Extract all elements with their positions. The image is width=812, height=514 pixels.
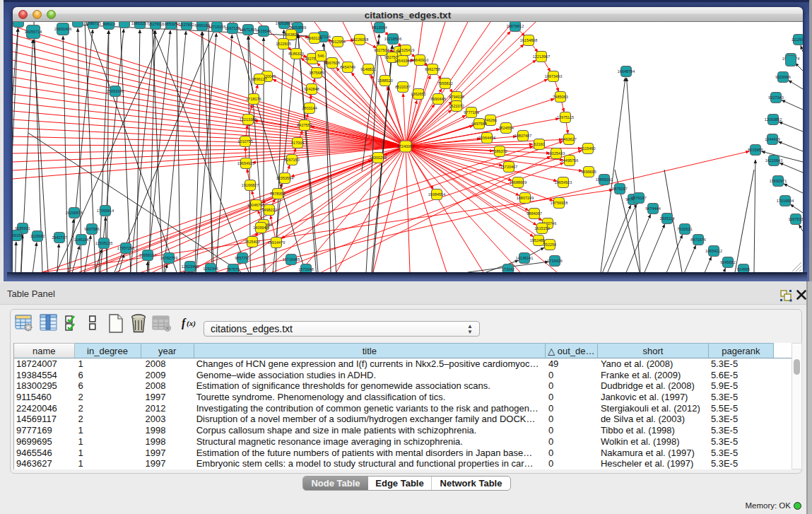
svg-text:252254: 252254 xyxy=(543,243,556,247)
svg-text:10025433: 10025433 xyxy=(548,151,565,156)
svg-text:1522605: 1522605 xyxy=(276,42,290,46)
svg-text:20691406: 20691406 xyxy=(54,27,71,31)
svg-text:1167533: 1167533 xyxy=(788,217,803,221)
svg-text:20206576: 20206576 xyxy=(66,211,83,215)
svg-text:546: 546 xyxy=(317,54,324,58)
svg-text:1667135: 1667135 xyxy=(225,26,240,30)
svg-text:9474444: 9474444 xyxy=(645,206,660,211)
svg-text:939159: 939159 xyxy=(13,233,23,238)
svg-text:8660124: 8660124 xyxy=(307,36,322,40)
svg-text:20364456: 20364456 xyxy=(478,136,495,140)
svg-text:8267150: 8267150 xyxy=(284,158,299,162)
svg-text:9699695: 9699695 xyxy=(581,170,596,174)
svg-text:16671355: 16671355 xyxy=(240,28,257,32)
svg-text:17957255: 17957255 xyxy=(117,246,134,250)
svg-text:12353594: 12353594 xyxy=(276,176,293,180)
svg-text:9997586: 9997586 xyxy=(84,227,99,231)
svg-text:8878352: 8878352 xyxy=(270,192,285,196)
svg-text:9857791: 9857791 xyxy=(235,256,249,260)
svg-text:9777169: 9777169 xyxy=(464,110,478,115)
svg-text:1733426: 1733426 xyxy=(547,259,562,263)
svg-text:16648784: 16648784 xyxy=(618,69,635,74)
svg-text:8813054: 8813054 xyxy=(372,25,387,30)
svg-text:173342: 173342 xyxy=(502,267,514,271)
svg-text:9329966: 9329966 xyxy=(775,75,790,79)
svg-text:7515546: 7515546 xyxy=(256,29,271,33)
svg-text:9463627: 9463627 xyxy=(561,137,576,141)
svg-text:10853257: 10853257 xyxy=(131,22,148,25)
svg-text:17240067: 17240067 xyxy=(397,144,414,148)
svg-text:10958107: 10958107 xyxy=(139,253,156,257)
svg-text:10688609: 10688609 xyxy=(510,180,526,185)
svg-text:17359914: 17359914 xyxy=(97,209,114,213)
svg-text:19384554: 19384554 xyxy=(428,192,445,197)
svg-text:7625402: 7625402 xyxy=(245,240,259,244)
svg-text:20876812: 20876812 xyxy=(507,24,524,28)
svg-text:14055714: 14055714 xyxy=(25,30,42,34)
svg-text:16543362: 16543362 xyxy=(394,59,411,63)
svg-text:17016504: 17016504 xyxy=(777,199,794,203)
svg-text:12505135: 12505135 xyxy=(95,241,112,245)
svg-text:10046755: 10046755 xyxy=(247,203,264,207)
svg-text:1527602: 1527602 xyxy=(148,22,163,26)
svg-text:9884067: 9884067 xyxy=(526,211,541,216)
svg-text:7485063: 7485063 xyxy=(553,95,567,99)
svg-text:1010755: 1010755 xyxy=(237,139,252,144)
svg-text:6794028: 6794028 xyxy=(449,95,464,99)
svg-text:12213967: 12213967 xyxy=(533,54,550,59)
svg-text:1244419: 1244419 xyxy=(765,137,779,141)
svg-text:1145194: 1145194 xyxy=(73,238,88,242)
svg-text:6466160: 6466160 xyxy=(194,23,209,28)
svg-text:6879197: 6879197 xyxy=(631,196,646,200)
svg-text:19218506: 19218506 xyxy=(384,37,401,41)
svg-text:16782759: 16782759 xyxy=(160,256,177,260)
svg-text:7386372: 7386372 xyxy=(492,149,507,153)
svg-text:12093852: 12093852 xyxy=(765,117,782,122)
svg-text:6879197: 6879197 xyxy=(612,187,627,191)
svg-text:15720407: 15720407 xyxy=(500,165,517,169)
svg-text:9146821: 9146821 xyxy=(360,67,375,71)
svg-text:14495756: 14495756 xyxy=(561,158,578,163)
svg-text:9327503: 9327503 xyxy=(374,48,389,52)
svg-text:8454749: 8454749 xyxy=(340,65,355,69)
svg-text:12923468: 12923468 xyxy=(182,264,199,269)
svg-text:19654923: 19654923 xyxy=(237,161,254,165)
svg-text:10853257: 10853257 xyxy=(163,22,180,26)
svg-text:1571648: 1571648 xyxy=(298,267,313,271)
svg-text:12213389: 12213389 xyxy=(240,117,257,122)
svg-text:19166827: 19166827 xyxy=(242,183,259,187)
svg-text:1292346: 1292346 xyxy=(203,267,218,271)
svg-text:1112997: 1112997 xyxy=(792,37,803,42)
svg-text:6497568: 6497568 xyxy=(471,122,486,126)
svg-text:62160: 62160 xyxy=(534,142,544,146)
svg-text:12325419: 12325419 xyxy=(397,48,414,52)
svg-text:1621072: 1621072 xyxy=(449,104,464,108)
svg-text:18807249: 18807249 xyxy=(517,196,534,200)
svg-text:15859161: 15859161 xyxy=(596,177,613,182)
svg-text:10807487: 10807487 xyxy=(514,134,531,138)
svg-text:8427552: 8427552 xyxy=(297,123,312,127)
svg-text:8912954: 8912954 xyxy=(330,40,345,44)
svg-text:25053346: 25053346 xyxy=(107,89,124,93)
svg-text:8522037: 8522037 xyxy=(395,85,410,89)
svg-text:2803144: 2803144 xyxy=(302,106,317,110)
svg-text:7663822: 7663822 xyxy=(283,33,298,37)
svg-text:19756928: 19756928 xyxy=(551,201,567,205)
svg-text:9896127: 9896127 xyxy=(252,77,266,81)
svg-text:2718176: 2718176 xyxy=(246,97,261,101)
svg-text:12975115: 12975115 xyxy=(557,115,574,119)
svg-text:14136141: 14136141 xyxy=(516,256,533,260)
svg-text:1089715: 1089715 xyxy=(86,22,100,25)
svg-text:2967608: 2967608 xyxy=(324,61,339,65)
svg-text:7955812: 7955812 xyxy=(437,81,452,86)
svg-text:15716485: 15716485 xyxy=(283,257,300,262)
svg-text:1115682: 1115682 xyxy=(30,234,45,238)
svg-text:9242848: 9242848 xyxy=(304,87,319,91)
svg-text:3824554: 3824554 xyxy=(498,126,513,130)
svg-text:1527602: 1527602 xyxy=(179,23,194,27)
svg-text:1588520: 1588520 xyxy=(377,78,392,83)
svg-text:15226058: 15226058 xyxy=(351,37,368,42)
svg-text:2942737: 2942737 xyxy=(52,235,66,240)
svg-text:16210643: 16210643 xyxy=(765,158,782,163)
svg-text:417004: 417004 xyxy=(291,141,304,145)
